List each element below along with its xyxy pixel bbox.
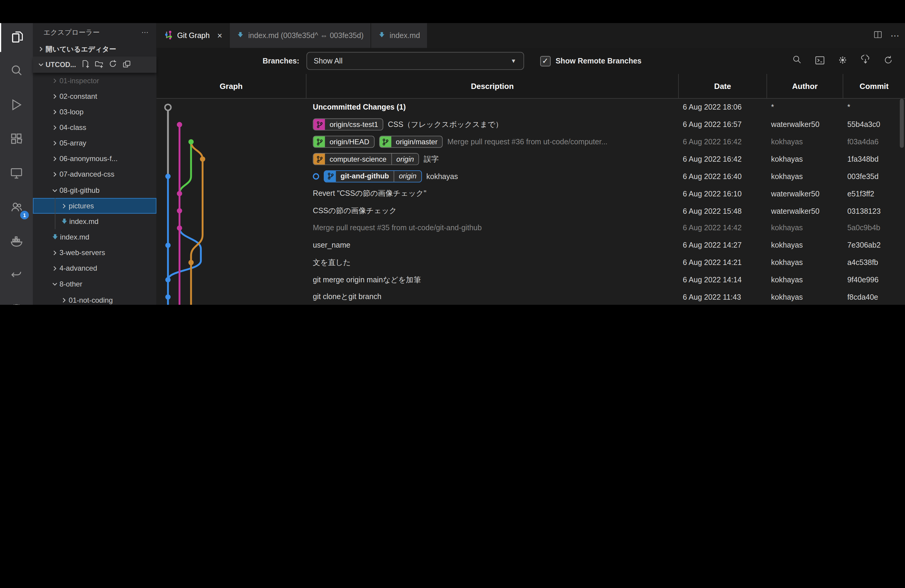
activity-search[interactable] <box>0 57 33 86</box>
commit-description: computer-scienceorigin誤字 <box>306 153 678 165</box>
commit-hash: f03a4da6 <box>843 137 905 146</box>
branch-badge-computer-science[interactable]: computer-scienceorigin <box>313 153 419 165</box>
commit-message: git merge origin mainなどを加筆 <box>313 275 421 285</box>
project-section-header[interactable]: UTCOD... <box>33 57 157 73</box>
show-remote-checkbox[interactable]: ✓ <box>540 56 550 66</box>
activity-remote-explorer[interactable] <box>0 159 33 188</box>
branch-name: origin/css-test1 <box>325 119 383 130</box>
chevron-right-icon <box>50 124 60 132</box>
branch-badge-origin-css-test1[interactable]: origin/css-test1 <box>313 119 383 130</box>
folder-item-01-inspector[interactable]: 01-inspector <box>33 73 157 88</box>
folder-item-8-other[interactable]: 8-other <box>33 277 157 292</box>
activity-docker[interactable] <box>0 227 33 256</box>
refresh-icon[interactable] <box>883 55 894 67</box>
folder-item-pictures[interactable]: pictures <box>33 198 157 214</box>
commit-row[interactable]: git cloneとgit branch6 Aug 2022 11:43kokh… <box>157 288 905 305</box>
commit-row[interactable]: Revert "CSSの節の画像チェック"6 Aug 2022 16:10wat… <box>157 185 905 202</box>
fetch-icon[interactable] <box>860 54 871 67</box>
open-editors-section[interactable]: 開いているエディター <box>33 41 157 57</box>
folder-item-04-class[interactable]: 04-class <box>33 120 157 135</box>
commit-message: Merge pull request #36 from ut-code/comp… <box>448 137 608 146</box>
commit-author: kokhayas <box>767 137 843 146</box>
folder-item-08-git-github[interactable]: 08-git-github <box>33 182 157 198</box>
column-header-graph[interactable]: Graph <box>157 74 306 98</box>
folder-item-07-advanced-css[interactable]: 07-advanced-css <box>33 167 157 182</box>
settings-icon[interactable] <box>837 55 848 67</box>
close-icon[interactable]: × <box>217 30 222 40</box>
tree-item-label: 8-other <box>60 280 82 288</box>
more-actions-icon[interactable]: ⋯ <box>891 30 899 41</box>
branch-badge-origin-master[interactable]: origin/master <box>379 136 443 148</box>
commit-date: 6 Aug 2022 14:14 <box>678 275 767 284</box>
folder-item-01-not-coding[interactable]: 01-not-coding <box>33 292 157 305</box>
chevron-right-icon <box>50 265 60 273</box>
commit-row[interactable]: origin/css-test1CSS（フレックスボックスまで）6 Aug 20… <box>157 116 905 133</box>
commit-row[interactable]: origin/HEADorigin/masterMerge pull reque… <box>157 133 905 151</box>
commit-date: 6 Aug 2022 11:43 <box>678 293 767 302</box>
commit-author: kokhayas <box>767 241 843 250</box>
refresh-icon[interactable] <box>108 60 117 70</box>
chevron-right-icon <box>36 45 46 53</box>
docker-icon <box>9 234 24 250</box>
tree-item-label: 06-anonymous-f... <box>60 155 117 163</box>
folder-item-4-advanced[interactable]: 4-advanced <box>33 261 157 277</box>
tab-index-md[interactable]: index.md <box>371 23 428 48</box>
indent-guide <box>55 214 56 229</box>
terminal-icon[interactable] <box>814 54 826 67</box>
folder-item-05-array[interactable]: 05-array <box>33 135 157 151</box>
vscode-window: 1 エクスプローラー ⋯ 開いているエディター UTCOD... 01 <box>0 0 905 305</box>
commit-row[interactable]: computer-scienceorigin誤字6 Aug 2022 16:42… <box>157 151 905 168</box>
activity-run-debug[interactable] <box>0 91 33 120</box>
branch-name: computer-science <box>325 154 391 165</box>
tab-index-md-003fe35d-003fe35d-[interactable]: index.md (003fe35d^ ⇔ 003fe35d) <box>230 23 371 48</box>
branch-badge-git-and-github[interactable]: git-and-githuborigin <box>324 170 422 182</box>
folder-item-03-loop[interactable]: 03-loop <box>33 104 157 120</box>
badge-count: 1 <box>20 211 29 219</box>
commit-row[interactable]: git merge origin mainなどを加筆6 Aug 2022 14:… <box>157 271 905 289</box>
commit-row[interactable]: 文を直した6 Aug 2022 14:21kokhayasa4c538fb <box>157 254 905 271</box>
commit-author: kokhayas <box>767 172 843 181</box>
file-item-index-md[interactable]: index.md <box>33 229 157 245</box>
new-file-icon[interactable] <box>81 60 89 70</box>
branches-dropdown[interactable]: Show All ▼ <box>306 52 524 70</box>
activity-explorer[interactable] <box>0 23 33 52</box>
tree-item-label: 01-not-coding <box>68 296 113 304</box>
branch-badge-origin-head[interactable]: origin/HEAD <box>313 136 375 148</box>
show-remote-label: Show Remote Branches <box>556 57 641 65</box>
commit-author: waterwalker50 <box>767 207 843 215</box>
split-editor-icon[interactable] <box>873 30 883 41</box>
editor-actions: ⋯ <box>873 23 899 48</box>
commit-message: 誤字 <box>424 154 439 164</box>
folder-item-3-web-servers[interactable]: 3-web-servers <box>33 245 157 261</box>
activity-codetour[interactable] <box>0 262 33 291</box>
commit-message: kokhayas <box>426 172 458 181</box>
activity-accounts[interactable]: 1 <box>0 194 33 222</box>
indent-guide <box>55 198 56 214</box>
branch-name: origin/HEAD <box>325 136 374 147</box>
file-item-index-md[interactable]: index.md <box>33 214 157 229</box>
activity-github[interactable] <box>0 296 33 305</box>
column-header-description[interactable]: Description <box>306 74 678 98</box>
commit-row[interactable]: CSSの節の画像チェック6 Aug 2022 15:48waterwalker5… <box>157 202 905 219</box>
commit-row[interactable]: git-and-githuboriginkokhayas6 Aug 2022 1… <box>157 168 905 185</box>
commit-author: kokhayas <box>767 293 843 302</box>
scrollbar-thumb[interactable] <box>900 99 904 148</box>
commit-description: origin/HEADorigin/masterMerge pull reque… <box>306 136 678 148</box>
column-header-author[interactable]: Author <box>767 74 843 98</box>
git-branch-icon <box>313 136 325 147</box>
activity-extensions[interactable] <box>0 125 33 154</box>
tree-item-label: 03-loop <box>60 108 84 116</box>
tab-git-graph[interactable]: Git Graph× <box>157 23 230 48</box>
commit-row[interactable]: user_name6 Aug 2022 14:27kokhayas7e306ab… <box>157 237 905 254</box>
commit-hash: 9f40e996 <box>843 275 905 284</box>
commit-row[interactable]: Merge pull request #35 from ut-code/git-… <box>157 219 905 237</box>
folder-item-02-constant[interactable]: 02-constant <box>33 88 157 104</box>
column-header-date[interactable]: Date <box>678 74 767 98</box>
commit-row[interactable]: Uncommitted Changes (1)6 Aug 2022 18:06*… <box>157 99 905 116</box>
column-header-commit[interactable]: Commit <box>843 74 905 98</box>
collapse-all-icon[interactable] <box>122 60 131 70</box>
more-actions-icon[interactable]: ⋯ <box>141 28 149 36</box>
new-folder-icon[interactable] <box>95 60 103 70</box>
search-icon[interactable] <box>792 55 802 67</box>
folder-item-06-anonymous-f-[interactable]: 06-anonymous-f... <box>33 151 157 167</box>
